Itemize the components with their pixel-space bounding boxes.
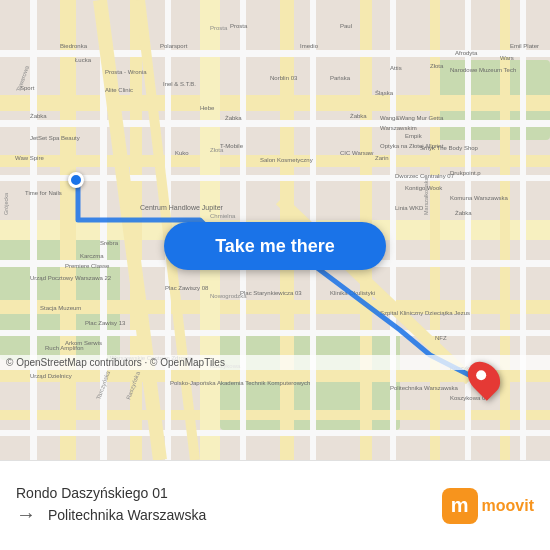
svg-text:Polsko-Japońska Akademia Techn: Polsko-Japońska Akademia Technik Kompute… [170,380,310,386]
origin-label: Rondo Daszyńskiego 01 [16,485,206,501]
svg-text:Stacja Muzeum: Stacja Muzeum [40,305,81,311]
start-marker [68,172,84,188]
svg-text:Sport: Sport [20,85,35,91]
svg-text:Politechnika Warszawska: Politechnika Warszawska [390,385,458,391]
svg-text:Hebe: Hebe [200,105,215,111]
svg-text:JetSet Spa Beauty: JetSet Spa Beauty [30,135,80,141]
svg-text:Kontigo Wook: Kontigo Wook [405,185,443,191]
svg-text:Zarin: Zarin [375,155,389,161]
moovit-wordmark: moovit [482,497,534,515]
svg-text:Plac Zawisy 13: Plac Zawisy 13 [85,320,126,326]
svg-text:Komuna Warszawska: Komuna Warszawska [450,195,508,201]
svg-text:NFZ: NFZ [435,335,447,341]
svg-text:Wang&Wang Mur Getta: Wang&Wang Mur Getta [380,115,444,121]
svg-text:Pańska: Pańska [330,75,351,81]
svg-text:Plac Zawiszy 08: Plac Zawiszy 08 [165,285,209,291]
svg-text:Żabka: Żabka [225,115,242,121]
svg-rect-15 [430,0,440,460]
svg-text:Biedronka: Biedronka [60,43,88,49]
svg-text:Karczma: Karczma [80,253,104,259]
svg-text:Warszawskim: Warszawskim [380,125,417,131]
svg-text:Salon Kosmetyczny: Salon Kosmetyczny [260,157,313,163]
svg-text:Wars: Wars [500,55,514,61]
svg-text:Klinika Okulistyki: Klinika Okulistyki [330,290,375,296]
svg-text:Łucka: Łucka [75,57,92,63]
svg-text:Inel & S.T.B.: Inel & S.T.B. [163,81,196,87]
svg-text:Urząd Pocztowy Warszawa 22: Urząd Pocztowy Warszawa 22 [30,275,112,281]
svg-text:T-Mobile: T-Mobile [220,143,244,149]
svg-rect-10 [60,0,76,460]
copyright-bar: © OpenStreetMap contributors · © OpenMap… [0,355,550,370]
svg-text:Marszałkowska: Marszałkowska [423,176,429,215]
svg-rect-23 [30,0,37,460]
svg-text:Time for Nails: Time for Nails [25,190,62,196]
svg-text:Emil Plater: Emil Plater [510,43,539,49]
svg-text:Waw Spire: Waw Spire [15,155,44,161]
svg-text:Urząd Dzielnicy: Urząd Dzielnicy [30,373,72,379]
svg-text:Żabka: Żabka [350,113,367,119]
svg-text:Drukpoint.p: Drukpoint.p [450,170,481,176]
svg-text:CIC Warsaw: CIC Warsaw [340,150,374,156]
svg-text:Afrodyta: Afrodyta [455,50,478,56]
svg-text:Alite Clinic: Alite Clinic [105,87,133,93]
svg-text:Centrum Handlowe Jupiter: Centrum Handlowe Jupiter [140,204,224,212]
route-info: Rondo Daszyńskiego 01 → Politechnika War… [16,485,206,526]
svg-text:Dworzec Centralny 07: Dworzec Centralny 07 [395,173,455,179]
take-me-there-button[interactable]: Take me there [164,222,386,270]
svg-text:Żabka: Żabka [455,210,472,216]
svg-text:Grójecka: Grójecka [3,192,9,215]
bottom-bar: Rondo Daszyńskiego 01 → Politechnika War… [0,460,550,550]
svg-text:Kuko: Kuko [175,150,189,156]
svg-text:Arkom Serwis: Arkom Serwis [65,340,102,346]
svg-text:Paul: Paul [340,23,352,29]
svg-text:Premiere Classe: Premiere Classe [65,263,110,269]
svg-text:Srebra: Srebra [100,240,119,246]
svg-text:Śląska: Śląska [375,90,394,96]
svg-text:Chmielna: Chmielna [210,213,236,219]
svg-text:Narodowe Muzeum Tech: Narodowe Muzeum Tech [450,67,516,73]
end-marker [470,360,498,396]
svg-text:Prosta - Wronia: Prosta - Wronia [105,69,147,75]
svg-text:Żabka: Żabka [30,113,47,119]
svg-text:Szpital Kliniczny Dzieciątka J: Szpital Kliniczny Dzieciątka Jezus [380,310,470,316]
map-container: Towarowa Prosta Złota Chmielna Nowogrodz… [0,0,550,460]
svg-text:Złota: Złota [430,63,444,69]
arrow-icon: → [16,503,36,526]
svg-rect-30 [520,0,526,460]
svg-text:Prosta: Prosta [230,23,248,29]
svg-text:Attis: Attis [390,65,402,71]
moovit-logo: m moovit [442,488,534,524]
svg-text:Smyk The Body Shop: Smyk The Body Shop [420,145,479,151]
svg-text:Linia WKD: Linia WKD [395,205,424,211]
destination-label: Politechnika Warszawska [48,507,206,523]
svg-text:Polarsport: Polarsport [160,43,188,49]
svg-text:Imedio: Imedio [300,43,319,49]
svg-text:Norblin 03: Norblin 03 [270,75,298,81]
arrow-section: → Politechnika Warszawska [16,503,206,526]
svg-text:Empik: Empik [405,133,423,139]
svg-text:Plac Starynkiewicza 03: Plac Starynkiewicza 03 [240,290,302,296]
moovit-m-icon: m [442,488,478,524]
svg-text:Prosta: Prosta [210,25,228,31]
